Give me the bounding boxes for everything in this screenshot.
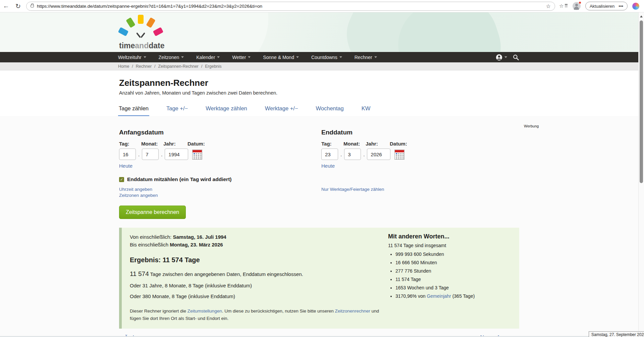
other-words-intro: 11 574 Tage sind insgesamt [388, 243, 521, 248]
logo-blade-pink [153, 27, 164, 37]
start-date-heading: Anfangsdatum [119, 129, 321, 136]
other-words-list: 999 993 600 Sekunden 16 666 560 Minuten … [395, 251, 521, 299]
in-other-words-panel: Mit anderen Worten... 11 574 Tage sind i… [388, 233, 521, 302]
nav-item-wetter[interactable]: Wetter [232, 55, 251, 60]
nav-item-zeitzonen[interactable]: Zeitzonen [159, 55, 184, 60]
page-head: Zeitspannen-Rechner Anzahl von Jahren, M… [0, 70, 644, 117]
result-box: Von einschließlich: Samstag, 16. Juli 19… [119, 228, 519, 329]
chevron-down-icon [296, 56, 299, 59]
profile-avatar[interactable] [573, 2, 581, 10]
user-icon [495, 54, 503, 61]
avatar-head [575, 4, 578, 6]
breadcrumb-current: Ergebnis [205, 64, 221, 69]
date-dot: . [161, 152, 162, 157]
logo-blade-yellow [138, 15, 144, 24]
more-options-icon[interactable]: ••• [619, 4, 623, 9]
lock-icon[interactable] [31, 5, 34, 7]
start-date-group: Anfangsdatum Tag:Monat:Jahr:Datum: . . [119, 129, 321, 169]
start-today-link[interactable]: Heute [119, 163, 132, 169]
nav-item-sonne-mond[interactable]: Sonne & Mond [263, 55, 299, 60]
timezone-calculator-link[interactable]: Zeitzonenrechner [335, 308, 370, 314]
tab-tage-zaehlen[interactable]: Tage zählen [118, 104, 149, 117]
dst-link[interactable]: Zeitumstellungen [187, 308, 222, 314]
nav-item-rechner[interactable]: Rechner [355, 55, 377, 60]
site-header: timeanddate [0, 12, 644, 52]
tab-bar: Tage zählen Tage +/− Werktage zählen Wer… [118, 104, 644, 117]
specify-time-link[interactable]: Uhrzeit angeben [119, 187, 321, 192]
collections-star-icon: ☆ [559, 3, 564, 9]
chevron-down-icon [181, 56, 184, 59]
tab-tage-plusminus[interactable]: Tage +/− [166, 104, 189, 117]
list-item: 277 776 Stunden [395, 268, 521, 274]
list-item: 1653 Wochen und 3 Tage [395, 285, 521, 290]
logo-chevron-icon [136, 32, 146, 39]
scrollbar-thumb[interactable] [640, 20, 643, 183]
collections-icon[interactable]: ☆ [559, 3, 568, 9]
breadcrumb-separator: / [132, 64, 133, 69]
specify-timezones-link[interactable]: Zeitzonen angeben [119, 193, 321, 198]
list-item: 16 666 560 Minuten [395, 260, 521, 265]
include-end-date-checkbox[interactable]: ✓ [119, 177, 124, 182]
page-title: Zeitspannen-Rechner [119, 78, 644, 88]
nav-item-kalender[interactable]: Kalender [196, 55, 220, 60]
logo-blade-blue [118, 27, 129, 37]
start-date-labels: Tag:Monat:Jahr:Datum: [119, 141, 321, 147]
end-day-input[interactable] [321, 149, 338, 160]
breadcrumb-home[interactable]: Home [118, 64, 129, 69]
chevron-down-icon [504, 56, 507, 59]
timeanddate-logo[interactable]: timeanddate [119, 14, 169, 51]
browser-chrome: ← ↻ ☆ ☆ Aktualisieren ••• [0, 0, 644, 12]
end-calendar-icon[interactable] [394, 149, 405, 160]
logo-blade-orange [146, 17, 155, 28]
scrollbar[interactable] [638, 12, 644, 337]
chevron-down-icon [144, 56, 146, 59]
nav-item-countdowns[interactable]: Countdowns [311, 55, 342, 60]
workdays-only-link[interactable]: Nur Werktage/Feiertage zählen [321, 187, 384, 192]
start-day-input[interactable] [119, 149, 136, 160]
end-month-input[interactable] [344, 149, 361, 160]
refresh-icon[interactable]: ↻ [12, 2, 24, 10]
ad-label: Werbung [524, 124, 539, 128]
notification-dot [579, 1, 581, 4]
result-note: Dieser Rechner ignoriert die Zeitumstell… [130, 307, 388, 322]
breadcrumb-separator: / [154, 64, 155, 69]
status-tooltip: Samstag, 27. September 2025 [589, 331, 644, 337]
favorite-star-icon[interactable]: ☆ [546, 3, 551, 9]
chevron-down-icon [217, 56, 220, 59]
back-icon[interactable]: ← [0, 2, 12, 10]
start-year-input[interactable] [165, 149, 188, 160]
aktualisieren-button[interactable]: Aktualisieren ••• [585, 2, 628, 10]
page-subtitle: Anzahl von Jahren, Monaten und Tagen zwi… [119, 90, 644, 96]
nav-item-weltzeituhr[interactable]: Weltzeituhr [118, 55, 146, 60]
end-year-input[interactable] [367, 149, 390, 160]
logo-blade-green [126, 17, 136, 28]
aktualisieren-label: Aktualisieren [590, 4, 614, 9]
tab-wochentag[interactable]: Wochentag [315, 104, 344, 117]
common-year-link[interactable]: Gemeinjahr [427, 293, 451, 299]
calculate-button[interactable]: Zeitspanne berechnen [119, 206, 186, 219]
tab-werktage-zaehlen[interactable]: Werktage zählen [205, 104, 248, 117]
end-date-labels: Tag:Monat:Jahr:Datum: [321, 141, 644, 147]
start-calendar-icon[interactable] [192, 149, 202, 160]
start-month-input[interactable] [142, 149, 159, 160]
main-navbar: Weltzeituhr Zeitzonen Kalender Wetter So… [0, 52, 644, 62]
chevron-down-icon [248, 56, 251, 59]
search-button[interactable] [513, 54, 519, 61]
scroll-up-icon[interactable] [640, 14, 643, 17]
tab-werktage-plusminus[interactable]: Werktage +/− [264, 104, 299, 117]
date-dot: . [340, 152, 342, 157]
breadcrumb-rechner[interactable]: Rechner [136, 64, 152, 69]
search-icon [513, 54, 519, 61]
address-bar[interactable]: ☆ [26, 2, 555, 11]
include-end-date-label: Enddatum mitzählen (ein Tag wird addiert… [127, 176, 231, 182]
calculator-section: Anfangsdatum Tag:Monat:Jahr:Datum: . . [0, 116, 644, 337]
end-date-heading: Enddatum [321, 129, 644, 136]
account-menu[interactable] [495, 54, 507, 61]
url-input[interactable] [37, 4, 543, 9]
page: ← ↻ ☆ ☆ Aktualisieren ••• [0, 0, 644, 337]
tab-kw[interactable]: KW [361, 104, 371, 117]
copilot-icon[interactable] [632, 3, 639, 10]
logo-wordmark: timeanddate [119, 41, 164, 50]
breadcrumb-zeitspannen-rechner[interactable]: Zeitspannen-Rechner [158, 64, 199, 69]
end-today-link[interactable]: Heute [321, 163, 335, 169]
